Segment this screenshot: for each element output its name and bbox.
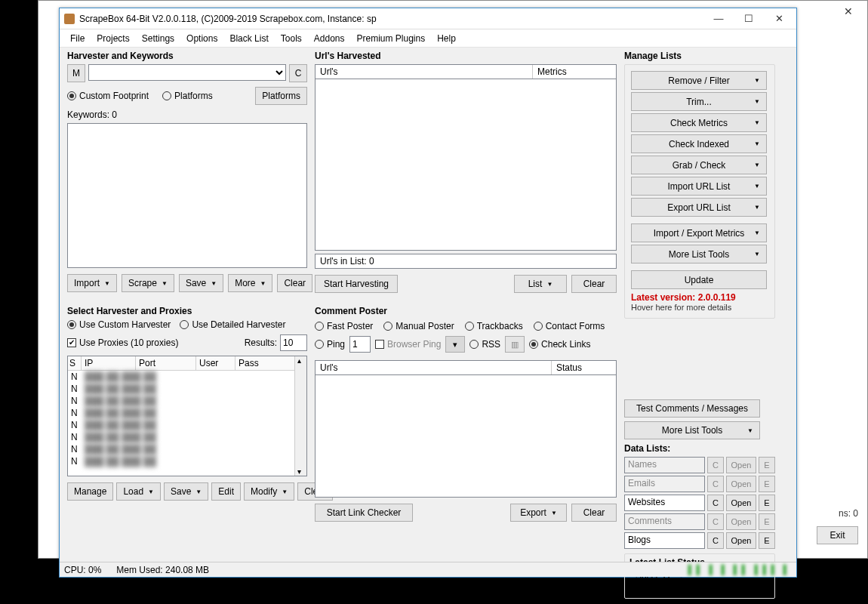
export-url-list-button[interactable]: Export URL List (631, 198, 767, 217)
remove-filter-button[interactable]: Remove / Filter (631, 71, 767, 90)
col-urls[interactable]: Url's (315, 361, 552, 374)
scrape-button[interactable]: Scrape (122, 274, 174, 292)
load-button[interactable]: Load (116, 482, 161, 501)
export-button[interactable]: Export (510, 504, 567, 522)
custom-footprint-radio[interactable]: Custom Footprint (67, 91, 149, 101)
col-s[interactable]: S (68, 356, 82, 370)
e-button[interactable]: E (759, 495, 775, 511)
custom-harvester-radio[interactable]: Use Custom Harvester (67, 319, 171, 330)
browser-ping-dropdown[interactable]: ▾ (445, 336, 465, 353)
cp-table-body[interactable] (315, 375, 617, 498)
clear-button[interactable]: Clear (277, 274, 312, 292)
menu-settings[interactable]: Settings (136, 31, 180, 46)
close-icon[interactable]: ✕ (772, 13, 786, 24)
table-row[interactable]: N███ ██ ███ ██ (68, 395, 294, 407)
col-metrics[interactable]: Metrics (533, 65, 616, 79)
datalist-label: Comments (624, 513, 705, 530)
menu-projects[interactable]: Projects (91, 31, 135, 46)
rss-radio[interactable]: RSS (469, 339, 500, 350)
col-user[interactable]: User (196, 356, 235, 370)
m-button[interactable]: M (67, 64, 85, 82)
scrollbar[interactable] (294, 356, 306, 476)
latest-version-value: 2.0.0.119 (698, 292, 736, 303)
more-list-tools-button[interactable]: More List Tools (631, 245, 767, 263)
menu-addons[interactable]: Addons (308, 31, 351, 46)
use-proxies-checkbox[interactable]: Use Proxies (10 proxies) (67, 337, 178, 348)
rss-icon-button[interactable]: ▥ (505, 336, 525, 353)
start-harvesting-button[interactable]: Start Harvesting (315, 275, 398, 293)
open-button[interactable]: Open (726, 495, 756, 511)
import-url-list-button[interactable]: Import URL List (631, 177, 767, 196)
menu-help[interactable]: Help (431, 31, 462, 46)
table-row[interactable]: N███ ██ ███ ██ (68, 407, 294, 419)
trackbacks-radio[interactable]: Trackbacks (465, 321, 523, 331)
menu-file[interactable]: File (64, 31, 91, 46)
manual-poster-radio[interactable]: Manual Poster (383, 321, 454, 331)
browser-ping-checkbox[interactable]: Browser Ping (375, 339, 441, 350)
trim-button[interactable]: Trim... (631, 92, 767, 111)
table-row[interactable]: N███ ██ ███ ██ (68, 383, 294, 395)
open-button[interactable]: Open (726, 532, 756, 549)
col-ip[interactable]: IP (82, 356, 136, 370)
start-link-checker-button[interactable]: Start Link Checker (315, 504, 413, 522)
fast-poster-radio[interactable]: Fast Poster (315, 321, 373, 331)
menu-blacklist[interactable]: Black List (223, 31, 274, 46)
results-input[interactable] (280, 334, 307, 351)
col-pass[interactable]: Pass (235, 356, 275, 370)
platforms-radio[interactable]: Platforms (162, 91, 213, 101)
keywords-listbox[interactable] (67, 123, 307, 268)
datalist-row: WebsitesCOpenE (624, 495, 775, 511)
datalist-label[interactable]: Websites (624, 495, 705, 511)
menu-options[interactable]: Options (180, 31, 223, 46)
urls-table-header: Url's Metrics (315, 64, 617, 79)
c-button: C (707, 476, 724, 492)
c-button[interactable]: C (289, 64, 307, 82)
manage-button[interactable]: Manage (67, 482, 113, 501)
more-list-tools-button[interactable]: More List Tools (624, 421, 760, 439)
modify-button[interactable]: Modify (244, 482, 294, 501)
proxy-table[interactable]: S IP Port User Pass N███ ██ ███ ██N███ █… (67, 356, 307, 476)
table-row[interactable]: N███ ██ ███ ██ (68, 431, 294, 443)
import-button[interactable]: Import (67, 274, 117, 292)
platforms-button[interactable]: Platforms (255, 87, 307, 105)
window-title: ScrapeBox 64-Bit V2.0.0.118, (C)2009-201… (79, 14, 377, 24)
ping-input[interactable] (349, 336, 371, 353)
table-row[interactable]: N███ ██ ███ ██ (68, 371, 294, 383)
more-button[interactable]: More (228, 274, 272, 292)
e-button[interactable]: E (759, 532, 775, 549)
minimize-icon[interactable]: — (712, 13, 725, 24)
contact-forms-radio[interactable]: Contact Forms (534, 321, 605, 331)
col-urls[interactable]: Url's (315, 65, 533, 79)
edit-button[interactable]: Edit (211, 482, 241, 501)
table-row[interactable]: N███ ██ ███ ██ (68, 455, 294, 467)
c-button[interactable]: C (707, 495, 724, 511)
grab-check-button[interactable]: Grab / Check (631, 156, 767, 174)
menu-tools[interactable]: Tools (275, 31, 308, 46)
footprint-select[interactable] (88, 64, 286, 81)
save-button[interactable]: Save (179, 274, 223, 292)
check-links-radio[interactable]: Check Links (529, 339, 590, 350)
col-port[interactable]: Port (136, 356, 196, 370)
clear-button[interactable]: Clear (571, 504, 617, 522)
col-status[interactable]: Status (552, 361, 616, 374)
table-row[interactable]: N███ ██ ███ ██ (68, 443, 294, 455)
check-indexed-button[interactable]: Check Indexed (631, 134, 767, 153)
exit-button[interactable]: Exit (817, 526, 858, 544)
detailed-harvester-radio[interactable]: Use Detailed Harvester (180, 319, 285, 330)
check-metrics-button[interactable]: Check Metrics (631, 113, 767, 132)
list-button[interactable]: List (514, 275, 567, 293)
menu-premium-plugins[interactable]: Premium Plugins (351, 31, 432, 46)
datalist-label[interactable]: Blogs (624, 532, 705, 549)
c-button[interactable]: C (707, 532, 724, 549)
close-icon[interactable]: ✕ (836, 5, 861, 20)
clear-button[interactable]: Clear (571, 275, 617, 293)
update-button[interactable]: Update (631, 270, 767, 289)
maximize-icon[interactable]: ☐ (742, 13, 756, 24)
import-export-metrics-button[interactable]: Import / Export Metrics (631, 223, 767, 242)
save-button[interactable]: Save (164, 482, 208, 501)
table-row[interactable]: N███ ██ ███ ██ (68, 419, 294, 431)
datalist-row: NamesCOpenE (624, 457, 775, 473)
urls-table-body[interactable] (315, 79, 617, 251)
ping-radio[interactable]: Ping (315, 339, 345, 350)
test-comments-button[interactable]: Test Comments / Messages (624, 399, 760, 418)
